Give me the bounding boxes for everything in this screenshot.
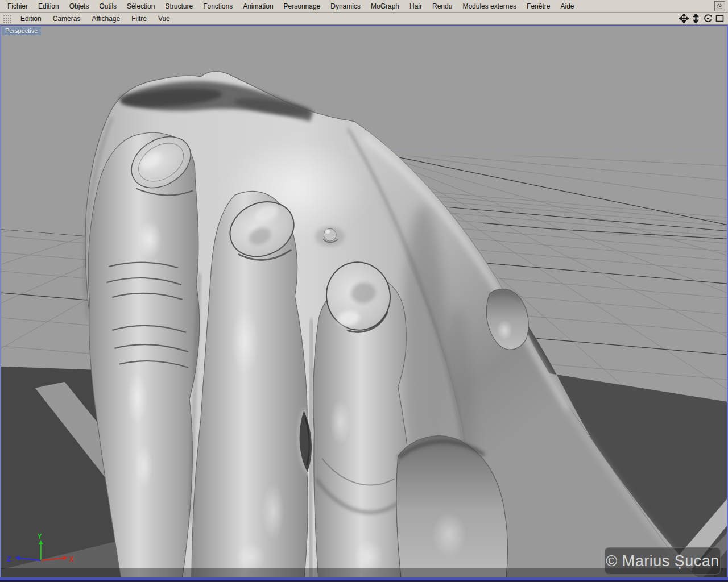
vp-menu-edition[interactable]: Edition (15, 13, 47, 24)
menu-mograph[interactable]: MoGraph (366, 1, 404, 12)
watermark: © Marius Șucan (605, 547, 721, 575)
application-window: Fichier Edition Objets Outils Sélection … (0, 0, 728, 582)
menu-modules-externes[interactable]: Modules externes (457, 1, 522, 12)
palette-window-icon[interactable] (714, 1, 725, 11)
menu-edition[interactable]: Edition (33, 1, 64, 12)
menu-fichier[interactable]: Fichier (2, 1, 33, 12)
maximize-icon[interactable] (714, 14, 725, 24)
viewport-menu-bar: Edition Caméras Affichage Filtre Vue (0, 13, 728, 25)
vp-menu-filtre[interactable]: Filtre (126, 13, 152, 24)
pan-icon[interactable] (679, 14, 689, 24)
viewport-label[interactable]: Perspective (2, 27, 41, 35)
menu-outils[interactable]: Outils (94, 1, 122, 12)
vp-menu-cameras[interactable]: Caméras (47, 13, 86, 24)
viewport-nav-icons (679, 14, 725, 24)
bump-detail (315, 226, 345, 247)
vp-menu-affichage[interactable]: Affichage (86, 13, 126, 24)
perspective-viewport[interactable]: Y X Z Perspective © Marius Șucan (0, 25, 728, 577)
menu-selection[interactable]: Sélection (122, 1, 160, 12)
vp-menu-vue[interactable]: Vue (152, 13, 176, 24)
menu-structure[interactable]: Structure (160, 1, 198, 12)
menu-aide[interactable]: Aide (555, 1, 579, 12)
axis-x-label: X (69, 555, 74, 563)
menu-animation[interactable]: Animation (238, 1, 278, 12)
menu-personnage[interactable]: Personnage (279, 1, 326, 12)
watermark-text: © Marius Șucan (606, 552, 719, 570)
viewport-scene: Y X Z (1, 26, 727, 577)
menu-objets[interactable]: Objets (64, 1, 94, 12)
menu-dynamics[interactable]: Dynamics (325, 1, 366, 12)
axis-z-label: Z (7, 555, 11, 563)
menu-rendu[interactable]: Rendu (427, 1, 457, 12)
menu-hair[interactable]: Hair (404, 1, 427, 12)
menu-fonctions[interactable]: Fonctions (198, 1, 238, 12)
axis-y-label: Y (38, 533, 42, 541)
rotate-icon[interactable] (702, 14, 713, 24)
menu-fenetre[interactable]: Fenêtre (522, 1, 555, 12)
main-menu-bar: Fichier Edition Objets Outils Sélection … (0, 0, 728, 13)
toolbar-grip-handle[interactable] (2, 14, 11, 23)
zoom-icon[interactable] (690, 14, 701, 24)
